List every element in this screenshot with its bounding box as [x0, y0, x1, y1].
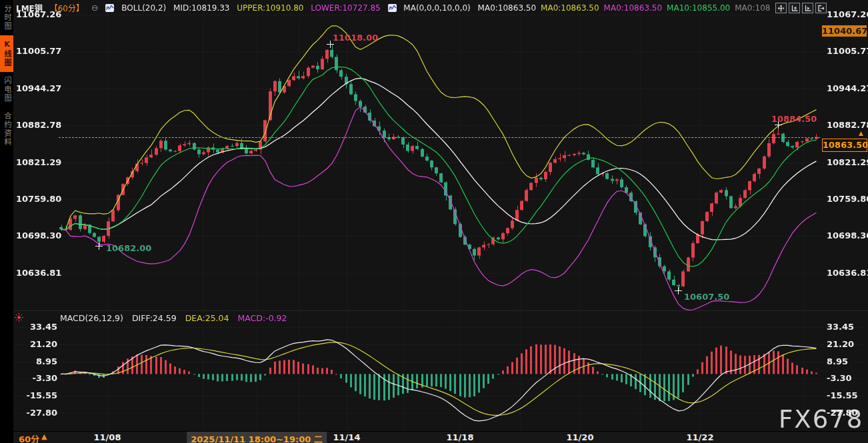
boll-indicator-icon[interactable] [105, 4, 114, 12]
macd-axis-left-tick: 8.95 [16, 357, 57, 366]
price-axis-left-tick: 10698.30 [16, 231, 57, 240]
pin-cross-icon [675, 287, 682, 294]
price-axis-right-tick: 10882.78 [827, 121, 868, 130]
kline-chart-canvas[interactable] [0, 0, 868, 432]
date-label: 11/14 [333, 432, 361, 442]
chart-toolbar [775, 3, 827, 13]
pin-price-label: 10682.00 [106, 243, 151, 253]
macd-pane-alert-icon[interactable] [14, 312, 24, 325]
interval-label[interactable]: 【60分】 [50, 4, 84, 13]
crosshair-tool-icon[interactable] [775, 3, 787, 13]
pin-price-label: 10607.50 [684, 292, 729, 302]
boll-mid-value: MID:10819.33 [173, 3, 229, 13]
pin-cross-icon [95, 242, 103, 250]
date-label: 11/20 [567, 432, 594, 442]
macd-histogram-value: MACD:-0.92 [237, 313, 287, 323]
macd-dea-value: DEA:25.04 [185, 313, 229, 323]
ma-values: MA0:10863.50MA0:10863.50MA0:10863.50MA10… [478, 3, 775, 12]
price-axis-right-tick: 10944.27 [827, 84, 868, 93]
ma-indicator-icon[interactable] [388, 4, 397, 12]
macd-diff-value: DIFF:24.59 [132, 313, 177, 323]
time-axis-bar[interactable]: 60分 ▲ 11/0811/1411/1811/2011/22 2025/11/… [13, 431, 868, 443]
boll-lower-value: LOWER:10727.85 [311, 3, 380, 13]
price-axis-right-tick: 10759.80 [827, 195, 868, 204]
ma-name[interactable]: MA(0,0,0,10,0,0) [403, 3, 470, 13]
axis-zoom-vertical-icon[interactable] [789, 3, 800, 13]
price-axis-left-tick: 10821.29 [16, 158, 57, 167]
price-axis-left-tick: 11005.77 [16, 47, 57, 56]
date-label: 11/18 [447, 432, 474, 442]
ma-value-4: MA0:108 [735, 3, 770, 13]
reference-price-axis-label: 11040.67 [822, 25, 867, 37]
price-axis-right-tick: 10698.30 [827, 231, 868, 240]
last-price-line [59, 137, 820, 138]
macd-axis-right-tick: 8.95 [827, 357, 848, 366]
price-axis-left-tick: 10882.78 [16, 121, 57, 130]
price-axis-right-tick: 11005.77 [827, 47, 868, 56]
symbol-name: LME铜 [16, 4, 43, 13]
pin-price-label: 10884.50 [771, 114, 817, 124]
last-price-axis-label: 10863.50 [822, 139, 867, 152]
trading-chart-window: 分时图K线图闪电图合约资料 LME铜 【60分】 ⊖ BOLL(20,2) MI… [0, 0, 868, 443]
ma-value-3: MA10:10855.00 [667, 3, 730, 13]
date-label: 11/08 [94, 432, 121, 442]
ma-value-1: MA0:10863.50 [541, 3, 599, 13]
pin-price-label: 11018.00 [333, 33, 378, 43]
chart-type-tabs: 分时图K线图闪电图合约资料 [0, 0, 13, 443]
macd-axis-right-tick: 33.45 [827, 322, 854, 332]
macd-axis-right-tick: -15.55 [827, 391, 858, 400]
price-axis-right-tick: 10821.29 [827, 158, 868, 167]
boll-name[interactable]: BOLL(20,2) [121, 3, 166, 13]
sidebar-tab-contract-info[interactable]: 合约资料 [0, 107, 13, 151]
sidebar-tab-lightning[interactable]: 闪电图 [0, 72, 13, 107]
price-axis-left-tick: 10944.27 [16, 84, 57, 93]
macd-axis-right-tick: 21.20 [827, 340, 854, 349]
sidebar-tab-timeshare[interactable]: 分时图 [0, 0, 13, 35]
crosshair-date-label: 2025/11/11 18:00~19:00 二 [187, 432, 327, 443]
price-axis-left-tick: 10636.81 [16, 268, 57, 278]
latest-price-arrow-icon[interactable]: ▲ [859, 131, 863, 137]
date-label: 11/22 [687, 432, 714, 442]
macd-axis-left-tick: 21.20 [16, 340, 57, 349]
indicator-settings-icon[interactable]: ⊖ [91, 3, 99, 13]
macd-axis-left-tick: -3.30 [16, 374, 57, 383]
footer-interval-label[interactable]: 60分 [19, 432, 39, 443]
axis-zoom-horizontal-icon[interactable] [802, 3, 813, 13]
macd-name[interactable]: MACD(26,12,9) [60, 313, 123, 323]
sidebar-tab-kline[interactable]: K线图 [0, 35, 13, 72]
footer-interval-arrow-icon[interactable]: ▲ [41, 432, 47, 441]
macd-axis-right-tick: -3.30 [827, 374, 851, 383]
price-axis-left-tick: 10759.80 [16, 195, 57, 204]
price-axis-right-tick: 10636.81 [827, 268, 868, 278]
exit-chart-icon[interactable] [815, 3, 827, 13]
macd-axis-left-tick: -15.55 [16, 391, 57, 400]
boll-upper-value: UPPER:10910.80 [237, 3, 303, 13]
indicator-legend-bar: LME铜 【60分】 ⊖ BOLL(20,2) MID:10819.33 UPP… [16, 2, 865, 14]
macd-axis-left-tick: -27.80 [16, 408, 57, 418]
ma-value-2: MA0:10863.50 [604, 3, 663, 13]
ma-value-0: MA0:10863.50 [478, 3, 537, 13]
macd-axis-right-tick: -27.80 [827, 408, 858, 418]
macd-indicator-legend: MACD(26,12,9) DIFF:24.59 DEA:25.04 MACD:… [60, 313, 293, 323]
